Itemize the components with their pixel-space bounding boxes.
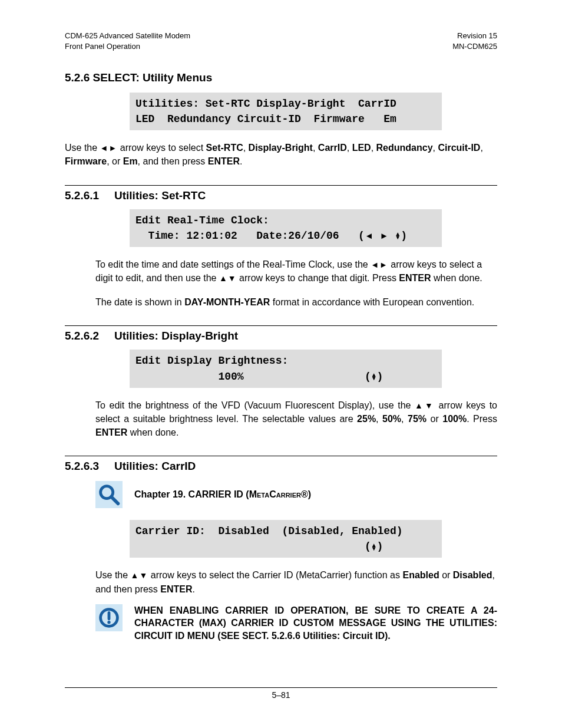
opt: Em xyxy=(123,156,138,166)
para-date-format: The date is shown in DAY-MONTH-YEAR form… xyxy=(95,295,497,309)
section-title: Utilities: Display-Bright xyxy=(114,330,238,342)
enter-key: ENTER xyxy=(95,427,127,437)
enter-key: ENTER xyxy=(208,156,240,166)
text: format in accordance with European conve… xyxy=(270,297,474,307)
heading-set-rtc: 5.2.6.1 Utilities: Set-RTC xyxy=(65,185,497,202)
right-arrow-icon: ► xyxy=(380,230,389,241)
hdr-left-1: CDM-625 Advanced Satellite Modem xyxy=(65,31,190,40)
lcd-set-rtc: Edit Real-Time Clock: Time: 12:01:02 Dat… xyxy=(130,209,442,247)
val: 25% xyxy=(357,414,376,424)
left-right-arrow-icon: ◄► xyxy=(100,143,118,153)
text: when done. xyxy=(127,427,178,437)
heading-select-utility-menus: 5.2.6 SELECT: Utility Menus xyxy=(65,71,497,84)
lcd-line: ) xyxy=(377,371,384,383)
lcd-line: ( xyxy=(135,541,371,552)
lcd-line: Carrier ID: Disabled (Disabled, Enabled) xyxy=(135,525,403,537)
text: Press xyxy=(470,414,497,424)
opt: Set-RTC xyxy=(206,143,243,153)
heading-carrid: 5.2.6.3 Utilities: CarrID xyxy=(65,456,497,473)
text: WHEN ENABLING CARRIER ID OPERATION, BE S… xyxy=(134,605,497,641)
text: To edit the time and date settings of th… xyxy=(95,259,371,269)
para-utilities-instruction: Use the ◄► arrow keys to select Set-RTC,… xyxy=(65,141,497,168)
text: , and then press xyxy=(138,156,208,166)
heading-display-bright: 5.2.6.2 Utilities: Display-Bright xyxy=(65,325,497,342)
opt: Enabled xyxy=(402,570,439,580)
up-down-arrow-icon: ▲▼ xyxy=(395,232,401,239)
opt: Redundancy xyxy=(376,143,433,153)
para-rtc-edit: To edit the time and date settings of th… xyxy=(95,258,497,285)
enter-key: ENTER xyxy=(399,273,431,283)
text: arrow keys to select xyxy=(117,143,206,153)
up-down-arrow-icon: ▲▼ xyxy=(415,401,435,410)
lcd-line: Time: 12:01:02 Date:26/10/06 ( xyxy=(135,230,365,242)
section-number: 5.2.6.3 xyxy=(65,460,114,473)
val: 50% xyxy=(382,414,401,424)
lcd-line: Edit Real-Time Clock: xyxy=(135,215,269,226)
text: Use the xyxy=(65,143,100,153)
text: ®) xyxy=(301,489,311,499)
lcd-line: ) xyxy=(401,230,407,242)
hdr-right-1: Revision 15 xyxy=(457,31,497,40)
opt: Firmware xyxy=(65,156,107,166)
lcd-line: 100% ( xyxy=(135,371,371,383)
date-format: DAY-MONTH-YEAR xyxy=(184,297,270,307)
page-number: 5–81 xyxy=(65,687,497,700)
reference-text: Chapter 19. CARRIER ID (MetaCarrier®) xyxy=(134,488,311,501)
magnifier-icon xyxy=(95,481,123,508)
up-down-arrow-icon: ▲▼ xyxy=(371,373,377,380)
opt: Circuit-ID xyxy=(438,143,480,153)
left-arrow-icon: ◄ xyxy=(365,230,373,241)
text: or xyxy=(439,570,453,580)
hdr-left-2: Front Panel Operation xyxy=(65,42,140,51)
para-carrid: Use the ▲▼ arrow keys to select the Carr… xyxy=(95,568,497,595)
up-down-arrow-icon: ▲▼ xyxy=(371,543,377,551)
warning-text: WHEN ENABLING CARRIER ID OPERATION, BE S… xyxy=(134,604,497,643)
text: MetaCarrier xyxy=(249,489,301,499)
section-title: Utilities: Set-RTC xyxy=(114,189,206,202)
lcd-line: ) xyxy=(377,541,384,552)
para-brightness: To edit the brightness of the VFD (Vacuu… xyxy=(95,398,497,440)
opt: CarrID xyxy=(318,143,347,153)
section-title: Utilities: CarrID xyxy=(114,460,196,473)
text: when done. xyxy=(431,273,482,283)
opt: LED xyxy=(352,143,371,153)
left-right-arrow-icon: ◄► xyxy=(371,260,388,269)
text: Use the xyxy=(95,570,131,580)
text: arrow keys to select the Carrier ID (Met… xyxy=(148,570,402,580)
enter-key: ENTER xyxy=(160,584,192,594)
lcd-line: LED Redundancy Circuit-ID Firmware Em xyxy=(135,113,396,125)
val: 100% xyxy=(442,414,467,424)
text: The date is shown in xyxy=(95,297,184,307)
opt: Display-Bright xyxy=(249,143,313,153)
lcd-display-bright: Edit Display Brightness: 100% (▲▼) xyxy=(130,350,442,387)
section-number: 5.2.6.2 xyxy=(65,330,114,342)
lcd-line: Utilities: Set-RTC Display-Bright CarrID xyxy=(135,98,396,110)
lcd-line: Edit Display Brightness: xyxy=(135,355,288,367)
val: 75% xyxy=(408,414,427,424)
hdr-right-2: MN-CDM625 xyxy=(452,42,497,51)
text: To edit the brightness of the VFD (Vacuu… xyxy=(95,400,415,410)
up-down-arrow-icon: ▲▼ xyxy=(219,274,237,283)
page-header: CDM-625 Advanced Satellite Modem Front P… xyxy=(65,31,497,51)
text: arrow keys to change that digit. Press xyxy=(237,273,399,283)
text: Chapter 19. CARRIER ID ( xyxy=(134,489,249,499)
up-down-arrow-icon: ▲▼ xyxy=(131,571,148,580)
reference-block: Chapter 19. CARRIER ID (MetaCarrier®) xyxy=(95,481,497,508)
opt: Disabled xyxy=(453,570,492,580)
section-number: 5.2.6.1 xyxy=(65,189,114,202)
svg-point-6 xyxy=(107,621,110,624)
lcd-carrier-id: Carrier ID: Disabled (Disabled, Enabled)… xyxy=(130,520,442,558)
info-icon xyxy=(95,604,123,631)
warning-block: WHEN ENABLING CARRIER ID OPERATION, BE S… xyxy=(95,604,497,643)
lcd-utilities-menu: Utilities: Set-RTC Display-Bright CarrID… xyxy=(130,93,442,130)
